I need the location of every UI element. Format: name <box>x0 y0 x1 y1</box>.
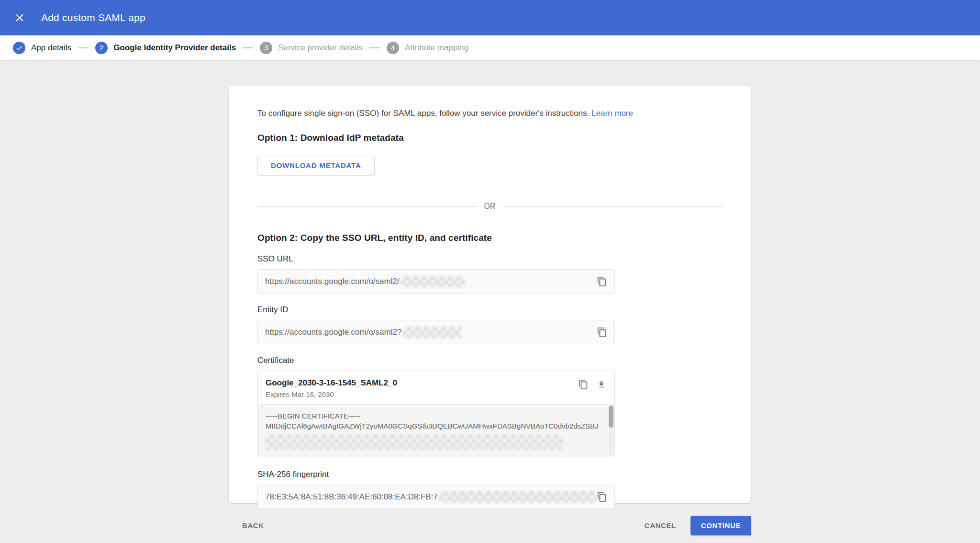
main-area: To configure single sign-on (SSO) for SA… <box>0 60 980 543</box>
footer-actions: BACK CANCEL CONTINUE <box>229 516 751 535</box>
sso-url-group: SSO URL https://accounts.google.com/o/sa… <box>257 254 615 294</box>
copy-icon[interactable] <box>597 276 607 287</box>
sso-url-field[interactable]: https://accounts.google.com/o/saml2/ <box>257 269 615 294</box>
or-divider: OR <box>257 202 722 211</box>
step-number: 2 <box>95 42 108 54</box>
redacted-text <box>401 276 465 287</box>
step-label: Google Identity Provider details <box>113 43 236 53</box>
stepper: App details 2 Google Identity Provider d… <box>0 35 980 60</box>
footer-right-actions: CANCEL CONTINUE <box>645 516 751 535</box>
continue-button[interactable]: CONTINUE <box>690 516 751 535</box>
copy-icon[interactable] <box>578 379 589 390</box>
sso-url-label: SSO URL <box>257 254 615 264</box>
download-icon[interactable] <box>596 379 607 390</box>
divider-line <box>503 206 723 207</box>
redacted-text <box>266 434 563 450</box>
sha256-value: 78:E3:5A:8A:51:8B:36:49:AE:60:08:EA:D8:F… <box>265 492 438 502</box>
certificate-actions <box>578 377 607 390</box>
step-connector <box>369 47 380 48</box>
sha256-field[interactable]: 78:E3:5A:8A:51:8B:36:49:AE:60:08:EA:D8:F… <box>257 485 615 509</box>
redacted-text <box>439 491 597 503</box>
step-google-idp-details[interactable]: 2 Google Identity Provider details <box>95 42 236 54</box>
certificate-card: Google_2030-3-16-1545_SAML2_0 Expires Ma… <box>257 371 615 457</box>
copy-icon[interactable] <box>597 492 607 502</box>
option2-heading: Option 2: Copy the SSO URL, entity ID, a… <box>257 233 751 243</box>
step-number: 3 <box>260 42 272 54</box>
content-card: To configure single sign-on (SSO) for SA… <box>229 86 751 503</box>
certificate-info: Google_2030-3-16-1545_SAML2_0 Expires Ma… <box>266 377 397 398</box>
entity-id-field[interactable]: https://accounts.google.com/o/saml2? <box>257 320 615 344</box>
certificate-header: Google_2030-3-16-1545_SAML2_0 Expires Ma… <box>258 371 614 404</box>
step-completed-check-icon <box>13 42 25 54</box>
cancel-button[interactable]: CANCEL <box>645 521 676 530</box>
step-attribute-mapping[interactable]: 4 Attribute mapping <box>387 42 468 54</box>
step-app-details[interactable]: App details <box>13 42 71 54</box>
entity-id-value: https://accounts.google.com/o/saml2? <box>265 328 401 337</box>
certificate-name: Google_2030-3-16-1545_SAML2_0 <box>266 378 397 388</box>
intro-text: To configure single sign-on (SSO) for SA… <box>257 109 751 118</box>
entity-id-label: Entity ID <box>257 305 615 315</box>
certificate-group: Certificate Google_2030-3-16-1545_SAML2_… <box>257 356 615 457</box>
redacted-text <box>402 327 461 338</box>
certificate-body[interactable]: -----BEGIN CERTIFICATE----- MIIDdjCCAl6g… <box>258 404 614 457</box>
dialog-header: Add custom SAML app <box>0 0 980 35</box>
dialog-title: Add custom SAML app <box>41 12 145 23</box>
close-icon[interactable] <box>12 11 27 25</box>
option1-heading: Option 1: Download IdP metadata <box>257 133 751 143</box>
copy-icon[interactable] <box>597 327 607 338</box>
step-label: Attribute mapping <box>405 43 468 53</box>
divider-line <box>257 206 477 207</box>
step-connector <box>243 47 253 48</box>
certificate-line: -----BEGIN CERTIFICATE----- <box>266 411 601 421</box>
step-service-provider-details[interactable]: 3 Service provider details <box>260 42 363 54</box>
certificate-label: Certificate <box>257 356 615 365</box>
intro-sentence: To configure single sign-on (SSO) for SA… <box>257 109 589 118</box>
scrollbar-track[interactable] <box>609 406 613 456</box>
or-label: OR <box>477 202 503 211</box>
back-button[interactable]: BACK <box>242 521 264 530</box>
entity-id-group: Entity ID https://accounts.google.com/o/… <box>257 305 615 344</box>
sha256-label: SHA-256 fingerprint <box>257 470 615 479</box>
sso-url-value: https://accounts.google.com/o/saml2/ <box>265 277 400 286</box>
learn-more-link[interactable]: Learn more <box>591 109 633 118</box>
sha256-group: SHA-256 fingerprint 78:E3:5A:8A:51:8B:36… <box>257 470 615 509</box>
download-metadata-button[interactable]: DOWNLOAD METADATA <box>257 156 375 175</box>
scrollbar-thumb[interactable] <box>609 406 613 428</box>
certificate-expiry: Expires Mar 16, 2030 <box>266 390 397 398</box>
step-connector <box>78 47 89 48</box>
step-number: 4 <box>387 42 399 54</box>
step-label: App details <box>31 43 71 53</box>
certificate-line: MIIDdjCCAl6gAwIBAgIGAZWjT2yoMA0GCSqGSIb3… <box>266 421 601 431</box>
step-label: Service provider details <box>278 43 363 53</box>
